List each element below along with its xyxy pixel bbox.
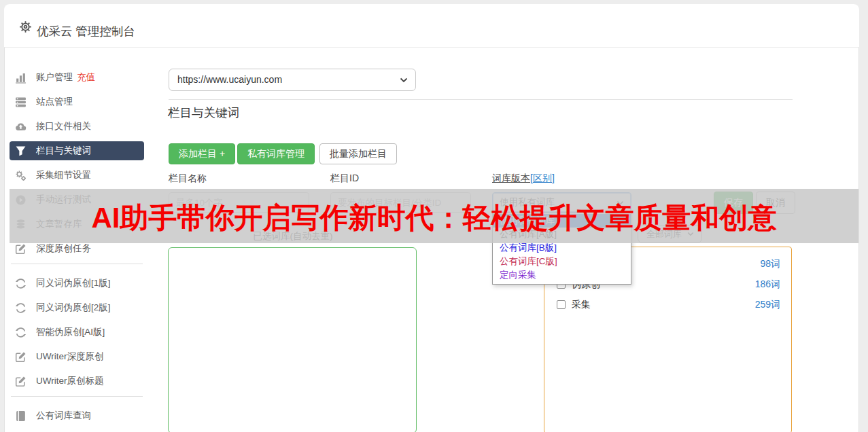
edit-icon (15, 376, 27, 387)
dropdown-option-public-c[interactable]: 公有词库[C版] (493, 255, 631, 268)
gears-icon (15, 170, 27, 181)
sidebar-item-label: 账户管理 (36, 71, 73, 84)
batch-add-column-button[interactable]: 批量添加栏目 (319, 143, 397, 164)
sidebar-item-synonym-v1[interactable]: 同义词伪原创[1版] (10, 274, 144, 293)
server-icon (15, 96, 27, 108)
chevron-down-icon (400, 77, 408, 83)
add-column-button[interactable]: 添加栏目 + (169, 143, 235, 164)
sidebar-item-collect-settings[interactable]: 采集细节设置 (10, 166, 144, 185)
column-name-label: 栏目名称 (169, 173, 207, 185)
sidebar-item-columns-keywords[interactable]: 栏目与关键词 (10, 141, 144, 160)
refresh-icon (15, 302, 27, 314)
thesaurus-word-count: 259词 (755, 299, 780, 311)
sidebar-item-label: 采集细节设置 (36, 169, 91, 181)
section-divider (169, 99, 793, 100)
version-difference-link[interactable]: [区别] (530, 173, 555, 183)
column-id-label: 栏目ID (330, 173, 359, 185)
sidebar-item-label: 智能伪原创[AI版] (36, 326, 105, 338)
thesaurus-row-label: 采集 (572, 299, 591, 311)
sidebar-item-label: UWriter深度原创 (36, 350, 104, 363)
book-icon (15, 410, 27, 422)
app-window: 优采云 管理控制台 账户管理 充值 站点管理 接口文件相关 栏目与关键词 采集细… (0, 0, 868, 432)
sidebar-item-label: 公有词库查询 (36, 410, 91, 422)
thesaurus-version-label: 词库版本[区别] (492, 173, 555, 185)
refresh-icon (15, 327, 27, 338)
sidebar-item-label: 同义词伪原创[2版] (36, 302, 111, 314)
thesaurus-word-count: 186词 (755, 278, 780, 291)
sidebar-divider (11, 396, 143, 397)
site-url-value: https://www.ucaiyun.com (177, 74, 282, 85)
sidebar-item-smart-ai[interactable]: 智能伪原创[AI版] (10, 323, 144, 342)
sidebar-item-synonym-v2[interactable]: 同义词伪原创[2版] (10, 298, 144, 317)
selected-thesaurus-box[interactable] (168, 247, 417, 432)
collect-checkbox[interactable] (557, 300, 566, 309)
sidebar: 账户管理 充值 站点管理 接口文件相关 栏目与关键词 采集细节设置 手动运行测试… (10, 68, 144, 431)
sidebar-item-label: 同义词伪原创[1版] (36, 277, 111, 289)
ad-banner-overlay: AI助手带你开启写作新时代：轻松提升文章质量和创意 (10, 189, 858, 243)
sidebar-item-label: 接口文件相关 (36, 120, 91, 132)
sidebar-item-sites[interactable]: 站点管理 (10, 92, 144, 111)
bar-chart-icon (15, 72, 27, 84)
private-thesaurus-button[interactable]: 私有词库管理 (237, 143, 315, 164)
page-title: 栏目与关键词 (168, 105, 239, 121)
scrollbar[interactable] (859, 0, 868, 432)
dropdown-option-directed-collect[interactable]: 定向采集 (493, 268, 631, 282)
sidebar-item-uwriter-deep[interactable]: UWriter深度原创 (10, 347, 144, 366)
recharge-link[interactable]: 充值 (77, 71, 95, 84)
sidebar-item-label: 栏目与关键词 (36, 145, 91, 157)
site-url-select[interactable]: https://www.ucaiyun.com (169, 69, 416, 91)
refresh-icon (15, 278, 27, 289)
thesaurus-row: 采集 259词 (544, 298, 791, 314)
sidebar-item-account[interactable]: 账户管理 充值 (10, 68, 144, 87)
app-title: 优采云 管理控制台 (37, 23, 135, 39)
edit-icon (15, 351, 27, 363)
app-header: 优采云 管理控制台 (4, 4, 859, 48)
sidebar-item-public-thesaurus-query[interactable]: 公有词库查询 (10, 406, 144, 425)
sidebar-item-interface-files[interactable]: 接口文件相关 (10, 117, 144, 136)
sidebar-divider (11, 264, 143, 264)
sidebar-item-uwriter-title[interactable]: UWriter原创标题 (10, 372, 144, 391)
sidebar-item-label: UWriter原创标题 (36, 375, 104, 387)
sidebar-item-label: 站点管理 (36, 96, 73, 108)
gear-icon (19, 20, 32, 33)
cloud-upload-icon (15, 121, 27, 132)
thesaurus-word-count: 98词 (760, 258, 780, 270)
ad-banner-text: AI助手带你开启写作新时代：轻松提升文章质量和创意 (10, 189, 858, 247)
filter-icon (15, 145, 27, 157)
